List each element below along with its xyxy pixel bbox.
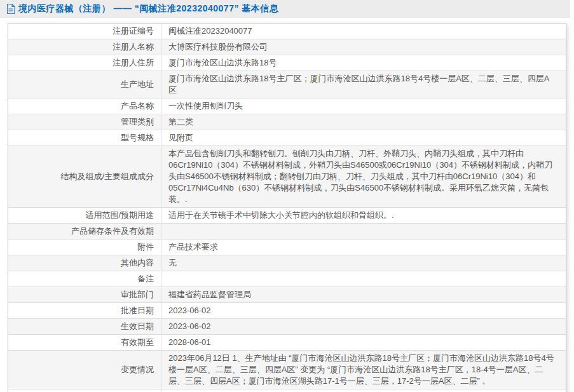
field-value: 第二类: [161, 114, 566, 130]
field-value: [161, 271, 566, 287]
field-value: 适用于在关节镜手术中切除大小关节腔内的软组织和骨组织。.: [161, 208, 566, 223]
field-label-text: 适用范围/预期用途: [85, 210, 154, 221]
field-value-text: 厦门市海沧区山边洪东路18号主厂区；厦门市海沧区山边洪东路18号4号楼一层A区、…: [168, 73, 556, 96]
field-value: 闽械注准20232040077: [161, 24, 566, 39]
field-label: 附件: [8, 240, 161, 255]
page-header: 境内医疗器械（注册） —— “闽械注准20232040077” 基本信息: [0, 0, 570, 18]
field-value-text: 福建省药品监督管理局: [168, 289, 251, 301]
field-value-text: 产品技术要求: [168, 241, 218, 253]
field-label: 生产地址: [8, 71, 161, 98]
field-value: 产品技术要求: [161, 240, 566, 255]
field-label-text: 变更情况: [121, 364, 154, 375]
field-label-text: 注册证编号: [113, 25, 154, 37]
field-value: 一次性使用刨削刀头: [161, 98, 566, 114]
field-value: 2023-06-02: [161, 303, 566, 318]
field-label: 结构及组成/主要组成成分: [8, 146, 161, 207]
field-label: 生效日期: [8, 319, 161, 334]
info-table: 注册证编号 闽械注准20232040077 注册人名称 大博医疗科技股份有限公司: [8, 23, 566, 392]
field-label-text: 其他内容: [121, 257, 154, 269]
field-value-text: 闽械注准20232040077: [168, 25, 252, 37]
table-row: 注 详情: [8, 389, 566, 392]
field-label-text: 产品名称: [121, 100, 154, 112]
field-value-text: 2023-06-02: [168, 321, 211, 332]
field-value-text: 第二类: [168, 116, 193, 128]
field-label: 其他内容: [8, 255, 161, 271]
field-value-text: 无: [168, 257, 177, 269]
field-value: 2028-06-01: [161, 335, 566, 350]
table-row: 适用范围/预期用途 适用于在关节镜手术中切除大小关节腔内的软组织和骨组织。.: [8, 208, 566, 224]
field-value: 本产品包含刨削刀头和翻转刨刀。刨削刀头由刀柄、刀杆、外鞘刀头、内鞘刀头组成，其中…: [161, 146, 566, 207]
table-row: 注册证编号 闽械注准20232040077: [8, 24, 566, 39]
field-value: 无: [161, 255, 566, 271]
field-label: 注册证编号: [8, 24, 161, 39]
field-label: 有效期至: [8, 335, 161, 350]
field-value: 见附页: [161, 130, 566, 145]
table-row: 有效期至 2028-06-01: [8, 335, 566, 351]
field-label: 注: [8, 389, 161, 392]
table-row: 附件 产品技术要求: [8, 240, 566, 255]
field-label: 注册人名称: [8, 39, 161, 55]
field-label-text: 注册人名称: [113, 41, 154, 53]
field-label-text: 产品储存条件及有效期: [71, 226, 154, 237]
field-label: 型号规格: [8, 130, 161, 145]
field-value: 2023年06月12日 1、生产地址由 “厦门市海沧区山边洪东路18号主厂区；厦…: [161, 351, 566, 389]
field-label-text: 备注: [137, 273, 154, 285]
field-label: 变更情况: [8, 351, 161, 389]
field-label: 备注: [8, 271, 161, 287]
field-value-text: 见附页: [168, 132, 193, 144]
field-label-text: 生产地址: [121, 79, 154, 90]
field-value-text: 适用于在关节镜手术中切除大小关节腔内的软组织和骨组织。.: [168, 210, 394, 221]
table-row: 备注: [8, 271, 566, 287]
field-label: 审批部门: [8, 287, 161, 302]
table-row: 管理类别 第二类: [8, 114, 566, 130]
field-label: 批准日期: [8, 303, 161, 318]
field-value-text: 大博医疗科技股份有限公司: [168, 41, 268, 53]
field-label-text: 审批部门: [121, 289, 154, 301]
table-row: 产品储存条件及有效期: [8, 224, 566, 240]
field-label-text: 型号规格: [121, 132, 154, 144]
field-label: 管理类别: [8, 114, 161, 130]
field-value: 大博医疗科技股份有限公司: [161, 39, 566, 55]
table-row: 其他内容 无: [8, 255, 566, 271]
field-value: 厦门市海沧区山边洪东路18号主厂区；厦门市海沧区山边洪东路18号4号楼一层A区、…: [161, 71, 566, 98]
field-value-text: 一次性使用刨削刀头: [168, 100, 243, 112]
field-label-text: 批准日期: [121, 305, 154, 316]
field-label: 注册人住所: [8, 55, 161, 71]
page: 境内医疗器械（注册） —— “闽械注准20232040077” 基本信息 注册证…: [0, 0, 574, 392]
table-row: 型号规格 见附页: [8, 130, 566, 146]
field-label-text: 生效日期: [121, 321, 154, 332]
field-label-text: 注册人住所: [113, 57, 154, 69]
document-icon: [6, 4, 15, 14]
field-value-text: 2028-06-01: [168, 337, 211, 348]
field-value: 详情: [161, 389, 566, 392]
field-value-text: 2023年06月12日 1、生产地址由 “厦门市海沧区山边洪东路18号主厂区；厦…: [168, 353, 556, 387]
table-row: 变更情况 2023年06月12日 1、生产地址由 “厦门市海沧区山边洪东路18号…: [8, 351, 566, 389]
field-label-text: 结构及组成/主要组成成分: [60, 171, 154, 182]
field-label-text: 附件: [137, 241, 154, 253]
table-row: 生产地址 厦门市海沧区山边洪东路18号主厂区；厦门市海沧区山边洪东路18号4号楼…: [8, 71, 566, 98]
table-row: 产品名称 一次性使用刨削刀头: [8, 98, 566, 114]
field-value-text: 本产品包含刨削刀头和翻转刨刀。刨削刀头由刀柄、刀杆、外鞘刀头、内鞘刀头组成，其中…: [168, 148, 556, 205]
table-row: 注册人名称 大博医疗科技股份有限公司: [8, 39, 566, 55]
field-value: 厦门市海沧区山边洪东路18号: [161, 55, 566, 71]
table-row: 结构及组成/主要组成成分 本产品包含刨削刀头和翻转刨刀。刨削刀头由刀柄、刀杆、外…: [8, 146, 566, 208]
table-row: 注册人住所 厦门市海沧区山边洪东路18号: [8, 55, 566, 71]
field-value: 2023-06-02: [161, 319, 566, 334]
table-row: 批准日期 2023-06-02: [8, 303, 566, 319]
page-title: 境内医疗器械（注册） —— “闽械注准20232040077” 基本信息: [18, 3, 278, 15]
field-value: 福建省药品监督管理局: [161, 287, 566, 302]
field-value-text: 2023-06-02: [168, 305, 211, 316]
field-label-text: 有效期至: [121, 337, 154, 348]
field-label: 产品储存条件及有效期: [8, 224, 161, 239]
table-row: 生效日期 2023-06-02: [8, 319, 566, 335]
field-value: [161, 224, 566, 239]
field-value-text: 厦门市海沧区山边洪东路18号: [168, 57, 277, 69]
field-label: 产品名称: [8, 98, 161, 114]
field-label: 适用范围/预期用途: [8, 208, 161, 223]
field-label-text: 管理类别: [121, 116, 154, 128]
table-row: 审批部门 福建省药品监督管理局: [8, 287, 566, 303]
